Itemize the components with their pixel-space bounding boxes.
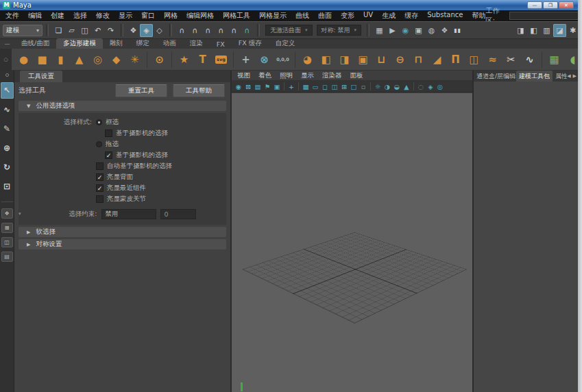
viewport-menu-item[interactable]: 显示	[301, 71, 314, 80]
live-surface-icon[interactable]: ⊗	[256, 51, 273, 69]
collapse-grip[interactable]	[121, 24, 123, 36]
paint-select-tool[interactable]: ✎	[1, 121, 14, 137]
tool-settings-tab[interactable]: 工具设置	[20, 71, 62, 82]
shelf-tab[interactable]: 雕刻	[103, 38, 130, 49]
snap-projected-center-icon[interactable]: ∩	[215, 24, 228, 37]
attribute-editor-toggle-icon[interactable]: ◨	[514, 24, 527, 37]
safe-title-icon[interactable]: ▫	[359, 82, 368, 91]
live-surface-field[interactable]: 无激活曲面	[265, 25, 313, 36]
collapse-grip[interactable]	[46, 24, 49, 36]
collapse-grip[interactable]	[257, 24, 260, 36]
redo-icon[interactable]: ↷	[104, 24, 117, 37]
shelf-tab[interactable]: 渲染	[183, 38, 210, 49]
highlight-backfaces-checkbox[interactable]	[96, 173, 104, 181]
bookmark-icon[interactable]: ⚑	[263, 82, 272, 91]
lasso-tool[interactable]: ∿	[1, 101, 14, 118]
drag-radio[interactable]	[96, 141, 102, 147]
shelf-tab[interactable]: 多边形建模	[56, 38, 103, 49]
field-chart-icon[interactable]: ⊞	[339, 82, 349, 91]
platonic-solid-icon[interactable]: ⊙	[151, 51, 168, 69]
modeling-toolkit-toggle-icon[interactable]: ◪	[553, 24, 566, 37]
symmetry-settings-section[interactable]: 对称设置	[19, 239, 226, 249]
tool-help-button[interactable]: 工具帮助	[173, 84, 225, 97]
default-lighting-icon[interactable]: ☼	[373, 82, 383, 91]
hypershade-icon[interactable]: ◍	[425, 24, 438, 37]
type-tool-icon[interactable]: T	[194, 51, 211, 69]
construction-plane-icon[interactable]: +	[237, 51, 254, 69]
two-pane-layout-button[interactable]: ◫	[1, 237, 13, 247]
gate-mask-icon[interactable]: ◫	[330, 82, 339, 91]
common-selection-options-section[interactable]: 公用选择选项	[19, 101, 226, 111]
new-scene-icon[interactable]: ❏	[52, 24, 65, 37]
menu-item[interactable]: 生成	[382, 11, 396, 21]
sidebar-tab[interactable]: 建模工具包	[516, 71, 553, 82]
isolate-select-icon[interactable]: ◎	[435, 82, 445, 91]
sidebar-tab[interactable]: 属性编辑器	[553, 71, 567, 82]
pause-button[interactable]: ▮▮	[454, 27, 461, 34]
viewport-menu-item[interactable]: 照明	[280, 71, 293, 80]
boolean-intersection-icon[interactable]: ⊓	[410, 51, 427, 69]
sidebar-tab[interactable]: 通道盒/层编辑器	[474, 71, 516, 82]
image-plane-icon[interactable]: ▣	[272, 82, 282, 91]
poly-torus-icon[interactable]: ◎	[89, 51, 106, 69]
camera-attributes-icon[interactable]: ▤	[253, 82, 263, 91]
select-component-icon[interactable]: ◇	[153, 24, 166, 37]
svg-tool-icon[interactable]: svg	[213, 51, 230, 69]
shelf-tab[interactable]: FX 缓存	[232, 38, 269, 49]
auto-camera-based-selection-checkbox[interactable]	[96, 162, 104, 170]
menu-item[interactable]: 窗口	[141, 11, 155, 21]
lock-camera-icon[interactable]: ⊠	[243, 82, 253, 91]
camera-select-icon[interactable]: ◉	[234, 82, 243, 91]
shelf-tab[interactable]: 曲线/曲面	[14, 38, 56, 49]
ipr-render-icon[interactable]: ▶	[386, 24, 399, 37]
outliner-persp-layout-button[interactable]: ▤	[1, 252, 13, 262]
make-live-icon[interactable]: ∩	[241, 24, 254, 37]
smooth-icon[interactable]: ≈	[484, 51, 501, 69]
soft-selection-section[interactable]: 软选择	[19, 227, 226, 237]
reset-tool-button[interactable]: 重置工具	[115, 84, 167, 97]
camera-based-selection-marquee-checkbox[interactable]	[105, 130, 112, 137]
boolean-union-icon[interactable]: ⊔	[373, 51, 390, 69]
viewport-menu-item[interactable]: 渲染器	[322, 71, 342, 80]
menu-item[interactable]: 修改	[96, 11, 110, 21]
marquee-label[interactable]: 框选	[106, 118, 119, 127]
menu-item[interactable]: 曲面	[318, 11, 332, 21]
menu-item[interactable]: 文件	[5, 11, 19, 21]
viewport-menu-item[interactable]: 视图	[237, 71, 250, 80]
duplicate-faces-icon[interactable]: ▣	[354, 51, 372, 69]
shadows-icon[interactable]: ◑	[383, 82, 392, 91]
shelf-tab[interactable]: FX	[210, 40, 232, 49]
anti-alias-icon[interactable]: ▲	[402, 82, 411, 91]
extract-faces-icon[interactable]: ◨	[336, 51, 353, 69]
render-icon[interactable]: ▦	[373, 24, 386, 37]
snap-grid-icon[interactable]: ∩	[175, 24, 189, 37]
menu-item[interactable]: 编辑网格	[186, 11, 214, 21]
super-shape-icon[interactable]: ★	[175, 51, 193, 69]
four-pane-layout-button[interactable]: ⊞	[1, 223, 13, 233]
xray-icon[interactable]: ◌	[416, 82, 426, 91]
safe-action-icon[interactable]: □	[349, 82, 359, 91]
combine-icon[interactable]: ◕	[299, 51, 316, 69]
separate-icon[interactable]: ◧	[317, 51, 335, 69]
multi-cut-icon[interactable]: ✂	[502, 51, 520, 69]
open-scene-icon[interactable]: ▱	[65, 24, 78, 37]
drag-label[interactable]: 拖选	[106, 140, 119, 149]
ambient-occlusion-icon[interactable]: ◒	[392, 82, 402, 91]
symmetry-field[interactable]: 对称: 禁用	[317, 25, 361, 36]
menu-item[interactable]: 缓存	[404, 11, 418, 21]
origin-000-icon[interactable]: 0,0,0	[274, 51, 291, 69]
snap-point-icon[interactable]: ∩	[202, 24, 215, 37]
highlight-skin-joints-checkbox[interactable]	[96, 195, 104, 203]
shelf-tab[interactable]: 自定义	[269, 38, 302, 49]
poly-plane-icon[interactable]: ◆	[108, 51, 125, 69]
shelf-tab[interactable]: 动画	[156, 38, 183, 49]
menu-item[interactable]: 曲线	[295, 11, 309, 21]
poly-sphere-icon[interactable]: ●	[15, 51, 32, 69]
channel-box-toggle-icon[interactable]: ▥	[540, 24, 553, 37]
film-gate-icon[interactable]: ▭	[311, 82, 320, 91]
poly-disc-icon[interactable]: ✳	[126, 51, 143, 69]
boolean-difference-icon[interactable]: ⊖	[391, 51, 409, 69]
select-object-icon[interactable]: ◈	[140, 24, 153, 37]
menu-item[interactable]: 网格	[164, 11, 178, 21]
viewport-menu-item[interactable]: 着色	[258, 71, 271, 80]
